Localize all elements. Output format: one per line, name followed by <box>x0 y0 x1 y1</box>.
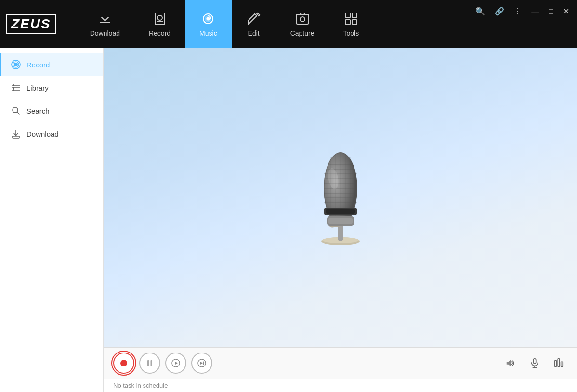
svg-point-12 <box>14 63 18 66</box>
content-area <box>104 48 577 347</box>
capture-icon <box>295 11 310 26</box>
equalizer-icon <box>553 358 564 368</box>
svg-marker-51 <box>175 362 178 365</box>
title-bar: ZEUS Download Record M <box>0 0 577 48</box>
record-dot-icon <box>119 359 128 367</box>
svg-rect-24 <box>338 224 343 241</box>
sidebar-search-label: Search <box>26 107 50 115</box>
search-sidebar-icon <box>11 106 21 116</box>
equalizer-button[interactable] <box>550 354 567 372</box>
svg-rect-10 <box>352 20 357 25</box>
svg-marker-53 <box>200 362 203 365</box>
sidebar-item-record[interactable]: Record <box>0 53 103 76</box>
tab-record-label: Record <box>149 29 170 37</box>
pause-icon <box>145 359 154 367</box>
microphone-illustration <box>302 145 379 251</box>
volume-icon <box>505 358 516 368</box>
search-window-btn[interactable]: 🔍 <box>472 5 488 18</box>
svg-point-6 <box>300 17 305 22</box>
record-sidebar-icon <box>11 60 21 69</box>
svg-point-1 <box>157 15 162 20</box>
sidebar-library-label: Library <box>26 84 49 92</box>
svg-rect-59 <box>555 361 557 367</box>
svg-point-17 <box>13 85 14 86</box>
svg-rect-9 <box>345 20 350 25</box>
svg-marker-55 <box>507 360 511 366</box>
sidebar-item-search[interactable]: Search <box>0 99 103 122</box>
svg-rect-48 <box>147 360 149 366</box>
volume-button[interactable] <box>502 354 519 372</box>
pause-button[interactable] <box>139 353 160 374</box>
record-nav-icon <box>152 11 168 26</box>
microphone-button[interactable] <box>526 354 543 372</box>
svg-point-47 <box>120 360 127 366</box>
sidebar: Record Library Search <box>0 48 104 392</box>
app-logo: ZEUS <box>6 14 56 34</box>
tab-music[interactable]: Music <box>185 0 232 48</box>
next-icon <box>197 359 206 367</box>
svg-rect-0 <box>155 13 165 25</box>
svg-point-18 <box>13 87 14 88</box>
tab-music-label: Music <box>199 29 217 37</box>
mic-area <box>104 48 577 347</box>
svg-rect-5 <box>296 14 309 24</box>
minimize-btn[interactable]: — <box>528 5 542 18</box>
more-window-btn[interactable]: ⋮ <box>511 5 525 18</box>
player-right-controls <box>502 354 567 372</box>
status-text: No task in schedule <box>113 382 168 389</box>
sidebar-record-label: Record <box>26 61 50 69</box>
play-icon <box>171 359 180 367</box>
maximize-btn[interactable]: □ <box>546 5 556 18</box>
svg-rect-8 <box>352 13 357 18</box>
tab-record[interactable]: Record <box>134 0 185 48</box>
play-button[interactable] <box>165 353 186 374</box>
tab-tools-label: Tools <box>343 29 359 37</box>
player-bar <box>104 347 577 379</box>
tab-tools[interactable]: Tools <box>328 0 373 48</box>
svg-rect-61 <box>561 362 563 366</box>
window-controls: 🔍 🔗 ⋮ — □ ✕ <box>472 5 572 18</box>
tab-capture[interactable]: Capture <box>276 0 329 48</box>
share-window-btn[interactable]: 🔗 <box>492 5 507 18</box>
sidebar-download-label: Download <box>26 130 59 138</box>
tab-edit-label: Edit <box>248 29 260 37</box>
mic-control-icon <box>529 358 540 368</box>
svg-rect-60 <box>558 359 560 367</box>
main-layout: Record Library Search <box>0 48 577 392</box>
tab-download-label: Download <box>90 29 120 37</box>
close-btn[interactable]: ✕ <box>560 5 572 18</box>
status-bar: No task in schedule <box>104 379 577 392</box>
tab-edit[interactable]: Edit <box>232 0 276 48</box>
svg-point-19 <box>13 90 14 91</box>
music-icon <box>200 11 216 26</box>
svg-rect-54 <box>203 362 204 365</box>
download-sidebar-icon <box>11 129 21 139</box>
svg-rect-7 <box>345 13 350 18</box>
sidebar-item-download[interactable]: Download <box>0 122 103 145</box>
svg-point-3 <box>207 18 210 20</box>
svg-rect-46 <box>328 218 353 224</box>
download-icon <box>97 11 113 26</box>
record-button[interactable] <box>113 353 134 374</box>
tab-download[interactable]: Download <box>76 0 134 48</box>
svg-rect-43 <box>326 209 355 214</box>
edit-icon <box>246 11 262 26</box>
svg-line-21 <box>17 112 20 115</box>
tab-capture-label: Capture <box>290 29 315 37</box>
next-button[interactable] <box>191 353 212 374</box>
svg-rect-56 <box>533 359 536 364</box>
right-side: No task in schedule <box>104 48 577 392</box>
sidebar-item-library[interactable]: Library <box>0 76 103 99</box>
tools-icon <box>343 11 359 26</box>
svg-rect-49 <box>151 360 153 366</box>
library-sidebar-icon <box>11 83 21 92</box>
